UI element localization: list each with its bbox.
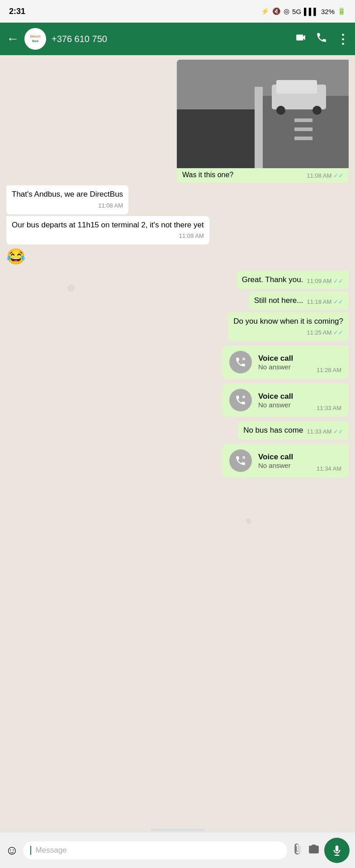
wifi-icon: ◎	[284, 7, 289, 15]
status-time: 2:31	[9, 7, 25, 16]
call-status: No answer	[258, 401, 310, 409]
msg-row: 😂	[6, 247, 349, 268]
image-caption-text: Was it this one?	[182, 171, 303, 179]
msg-text: No bus has come	[243, 425, 303, 436]
message-bubble: Do you know when it is coming? 11:25 AM	[228, 312, 349, 341]
chat-image	[177, 60, 349, 168]
avatar[interactable]: Direct bus	[24, 28, 46, 50]
contact-name[interactable]: +376 610 750	[52, 34, 289, 44]
msg-time: 11:09 AM	[307, 277, 343, 285]
attach-button[interactable]	[292, 843, 303, 858]
call-title: Voice call	[258, 354, 310, 363]
call-title: Voice call	[258, 453, 310, 462]
mute-icon: 🔇	[272, 7, 281, 15]
status-icons: ⚡ 🔇 ◎ 5G ▌▌▌ 32% 🔋	[261, 7, 346, 15]
more-options-button[interactable]: ⋮	[336, 32, 349, 47]
msg-time: 11:09 AM	[179, 232, 204, 240]
input-bar: ☺ Message	[0, 832, 355, 868]
message-input-field: Message	[23, 841, 287, 859]
voice-call-bubble: Voice call No answer 11:28 AM	[222, 345, 349, 379]
svg-rect-11	[294, 137, 312, 140]
message-bubble: That's Andbus, we are DirectBus 11:08 AM	[6, 185, 128, 214]
signal-icon: ▌▌▌	[304, 8, 318, 15]
svg-rect-6	[276, 80, 317, 94]
video-call-button[interactable]	[295, 32, 307, 46]
svg-rect-4	[255, 87, 263, 168]
chat-header: ← Direct bus +376 610 750 ⋮	[0, 23, 355, 55]
svg-point-7	[276, 106, 285, 115]
call-status: No answer	[258, 462, 310, 469]
voice-call-button[interactable]	[316, 32, 327, 46]
call-title: Voice call	[258, 392, 310, 401]
svg-point-8	[312, 106, 322, 115]
msg-row: Voice call No answer 11:34 AM	[6, 444, 349, 477]
call-time: 11:34 AM	[317, 465, 341, 472]
msg-row: Still not here... 11:18 AM	[6, 292, 349, 310]
msg-row: ↪	[6, 60, 349, 183]
msg-time: 11:18 AM	[307, 298, 343, 306]
msg-text: That's Andbus, we are DirectBus	[12, 189, 123, 200]
call-status: No answer	[258, 363, 310, 371]
msg-row: That's Andbus, we are DirectBus 11:08 AM	[6, 185, 349, 214]
call-time: 11:28 AM	[317, 367, 341, 373]
message-bubble: Still not here... 11:18 AM	[249, 292, 349, 310]
msg-time: 11:25 AM	[307, 329, 343, 337]
svg-rect-9	[294, 118, 312, 122]
msg-time: 11:08 AM	[98, 202, 123, 210]
voice-call-bubble: Voice call No answer 11:33 AM	[222, 383, 349, 417]
back-button[interactable]: ←	[6, 32, 19, 46]
msg-text: Our bus departs at 11h15 on terminal 2, …	[12, 221, 204, 229]
msg-text: Great. Thank you.	[242, 274, 303, 285]
call-icon	[229, 351, 252, 373]
battery-icon: 🔋	[337, 7, 346, 15]
emoji-button[interactable]: ☺	[5, 843, 19, 858]
message-placeholder[interactable]: Message	[36, 846, 280, 855]
call-icon	[229, 389, 252, 411]
chat-area: ↪	[0, 55, 355, 832]
msg-row: Our bus departs at 11h15 on terminal 2, …	[6, 216, 349, 245]
network-label: 5G	[292, 8, 301, 15]
msg-text: Still not here...	[254, 295, 303, 306]
battery-label: 32%	[321, 8, 335, 15]
svg-rect-10	[294, 127, 312, 131]
mic-button[interactable]	[324, 838, 350, 863]
msg-row: Do you know when it is coming? 11:25 AM	[6, 312, 349, 341]
image-bubble: ↪	[177, 60, 349, 183]
msg-text: Do you know when it is coming?	[233, 317, 343, 326]
call-time: 11:33 AM	[317, 405, 341, 411]
message-bubble: No bus has come 11:33 AM	[238, 421, 349, 439]
msg-row: No bus has come 11:33 AM	[6, 421, 349, 439]
scroll-indicator	[151, 829, 205, 831]
msg-time: 11:08 AM	[307, 172, 343, 179]
message-bubble: Our bus departs at 11h15 on terminal 2, …	[6, 216, 209, 245]
msg-row: Voice call No answer 11:28 AM	[6, 345, 349, 379]
msg-time: 11:33 AM	[307, 428, 343, 436]
svg-rect-3	[177, 109, 260, 168]
header-actions: ⋮	[295, 32, 349, 47]
msg-row: Great. Thank you. 11:09 AM	[6, 271, 349, 289]
msg-row: Voice call No answer 11:33 AM	[6, 383, 349, 417]
camera-button[interactable]	[308, 843, 320, 858]
call-icon	[229, 449, 252, 472]
bluetooth-icon: ⚡	[261, 7, 270, 15]
voice-call-bubble: Voice call No answer 11:34 AM	[222, 444, 349, 477]
status-bar: 2:31 ⚡ 🔇 ◎ 5G ▌▌▌ 32% 🔋	[0, 0, 355, 23]
emoji-message: 😂	[6, 247, 25, 265]
message-bubble: Great. Thank you. 11:09 AM	[237, 271, 349, 289]
cursor	[30, 846, 31, 855]
